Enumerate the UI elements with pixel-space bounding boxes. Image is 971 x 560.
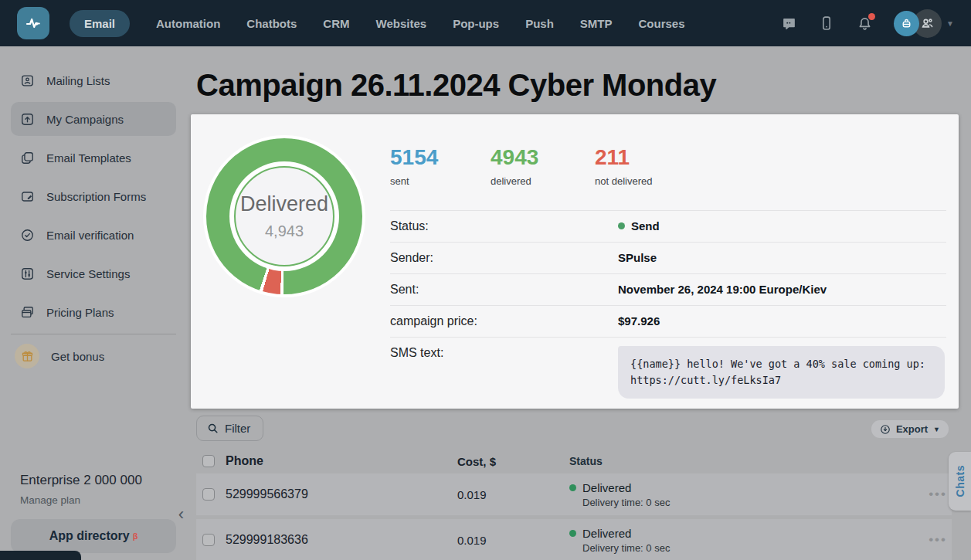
donut-label: Delivered (240, 192, 328, 216)
stat-not-delivered: 211 not delivered (595, 145, 652, 187)
delivered-dot (569, 530, 576, 537)
delivered-dot (569, 484, 576, 491)
nav-tab-push[interactable]: Push (525, 17, 554, 30)
sidebar-item-email-templates[interactable]: Email Templates (11, 141, 176, 175)
gift-icon (15, 344, 39, 368)
sms-text-bubble: {{name}} hello! We've got a 40% sale com… (618, 346, 945, 399)
nav-tab-chatbots[interactable]: Chatbots (246, 17, 297, 30)
sidebar-divider (11, 334, 176, 334)
sidebar-item-subscription-forms[interactable]: Subscription Forms (11, 179, 176, 213)
top-nav: Email Automation Chatbots CRM Websites P… (0, 0, 971, 46)
download-icon (880, 424, 891, 435)
donut-hole: Delivered 4,943 (229, 161, 339, 271)
plan-info: Enterprise 2 000 000 Manage plan (20, 473, 142, 506)
campaigns-icon (20, 112, 35, 127)
nav-tab-smtp[interactable]: SMTP (580, 17, 613, 30)
cell-phone: 529999183636 (219, 533, 457, 547)
workspace-avatar[interactable] (894, 11, 919, 36)
chat-widget-peek[interactable] (0, 551, 81, 560)
chats-side-tab[interactable]: Chats (949, 452, 971, 511)
delivery-donut-chart: Delivered 4,943 (203, 135, 365, 297)
beta-badge: β (133, 531, 138, 541)
nav-tab-popups[interactable]: Pop-ups (453, 17, 499, 30)
sidebar-item-label: Pricing Plans (46, 306, 114, 319)
sidebar-item-service-settings[interactable]: Service Settings (11, 256, 176, 290)
detail-label: Status: (390, 219, 618, 233)
sidebar-item-mailing-lists[interactable]: Mailing Lists (11, 63, 176, 97)
row-menu-icon[interactable]: ••• (916, 532, 952, 548)
sidebar-item-pricing-plans[interactable]: Pricing Plans (11, 295, 176, 329)
sidebar: Mailing Lists My Campaigns Email Templat… (0, 46, 187, 560)
bell-icon[interactable] (856, 15, 873, 32)
donut-inner-ring: Delivered 4,943 (234, 166, 334, 266)
filter-label: Filter (225, 422, 250, 435)
detail-value: $97.926 (618, 314, 946, 328)
verification-icon (20, 228, 35, 243)
export-label: Export (896, 423, 928, 435)
stats-row: 5154 sent 4943 delivered 211 not deliver… (390, 145, 652, 187)
table-row[interactable]: 529999183636 0.019 Delivered Delivery ti… (196, 519, 952, 560)
table-body: 529999566379 0.019 Delivered Delivery ti… (196, 473, 952, 560)
plan-name: Enterprise 2 000 000 (20, 473, 142, 488)
sidebar-item-get-bonus[interactable]: Get bonus (11, 339, 176, 373)
detail-label: Sent: (390, 283, 618, 297)
detail-row-price: campaign price: $97.926 (390, 305, 946, 337)
sidebar-item-label: Mailing Lists (46, 74, 110, 87)
status-dot (618, 222, 625, 229)
export-caret-icon: ▼ (933, 426, 940, 433)
sidebar-item-label: Service Settings (46, 267, 130, 280)
cell-status: Delivered Delivery time: 0 sec (569, 481, 916, 508)
row-checkbox[interactable] (202, 534, 215, 546)
pulse-icon (24, 14, 42, 32)
sidebar-item-email-verification[interactable]: Email verification (11, 218, 176, 252)
row-checkbox[interactable] (202, 488, 215, 501)
nav-tab-email[interactable]: Email (70, 10, 130, 37)
detail-value: November 26, 2024 19:00 Europe/Kiev (618, 283, 946, 296)
detail-label: campaign price: (390, 314, 618, 328)
app-directory-label: App directory (49, 529, 130, 543)
sidebar-collapse-icon[interactable]: ‹ (178, 504, 184, 524)
templates-icon (20, 151, 35, 165)
table-row[interactable]: 529999566379 0.019 Delivered Delivery ti… (196, 473, 952, 515)
search-icon (207, 423, 219, 434)
header-cost: Cost, $ (457, 455, 569, 468)
manage-plan-link[interactable]: Manage plan (20, 494, 142, 506)
forms-icon (20, 189, 35, 204)
delivery-time: Delivery time: 0 sec (582, 542, 916, 554)
stat-delivered: 4943 delivered (491, 145, 595, 187)
app-directory-button[interactable]: App directory β (11, 519, 176, 553)
detail-label: SMS text: (390, 346, 618, 360)
settings-icon (20, 266, 35, 281)
campaign-summary-card: Delivered 4,943 5154 sent 4943 delivered… (191, 114, 959, 409)
stat-not-delivered-label: not delivered (595, 175, 652, 187)
nav-right-controls: ▼ (780, 9, 954, 38)
app-root: Email Automation Chatbots CRM Websites P… (0, 0, 971, 560)
delivery-time: Delivery time: 0 sec (582, 497, 916, 508)
filter-button[interactable]: Filter (196, 416, 263, 441)
nav-tab-crm[interactable]: CRM (323, 17, 349, 30)
messenger-icon[interactable] (780, 15, 797, 32)
cell-phone: 529999566379 (219, 487, 457, 501)
sidebar-item-my-campaigns[interactable]: My Campaigns (11, 102, 176, 136)
stat-delivered-value: 4943 (491, 145, 595, 170)
row-menu-icon[interactable]: ••• (916, 487, 952, 502)
sendpulse-logo[interactable] (17, 7, 49, 39)
mobile-icon[interactable] (818, 15, 835, 32)
select-all-checkbox[interactable] (202, 455, 215, 467)
nav-tab-courses[interactable]: Courses (638, 17, 684, 30)
nav-tab-websites[interactable]: Websites (376, 17, 427, 30)
account-caret-icon[interactable]: ▼ (946, 19, 954, 28)
stat-delivered-label: delivered (491, 175, 595, 187)
detail-row-status: Status: Send (390, 210, 946, 242)
nav-tab-automation[interactable]: Automation (156, 17, 220, 30)
export-button[interactable]: Export ▼ (871, 420, 949, 438)
detail-value: SPulse (618, 251, 946, 264)
table-toolbar: Filter Export ▼ (196, 416, 949, 442)
sidebar-item-label: Email Templates (46, 151, 131, 165)
detail-row-sender: Sender: SPulse (390, 242, 946, 273)
detail-row-sent-date: Sent: November 26, 2024 19:00 Europe/Kie… (390, 273, 946, 305)
detail-row-sms-text: SMS text: {{name}} hello! We've got a 40… (390, 337, 946, 399)
header-phone: Phone (219, 454, 457, 468)
chats-tab-label: Chats (954, 465, 966, 497)
cell-cost: 0.019 (457, 488, 569, 501)
